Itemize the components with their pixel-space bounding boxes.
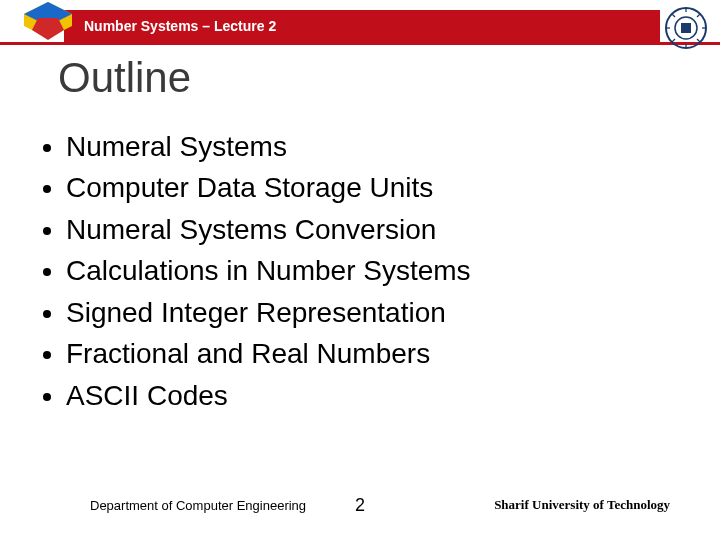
list-item: Computer Data Storage Units bbox=[66, 167, 680, 208]
list-item: Numeral Systems Conversion bbox=[66, 209, 680, 250]
list-item: ASCII Codes bbox=[66, 375, 680, 416]
bullet-list: Numeral Systems Computer Data Storage Un… bbox=[40, 126, 680, 416]
list-item: Signed Integer Representation bbox=[66, 292, 680, 333]
list-item: Numeral Systems bbox=[66, 126, 680, 167]
footer-right: Sharif University of Technology bbox=[494, 497, 670, 513]
svg-line-9 bbox=[697, 39, 700, 42]
logo-left-icon bbox=[20, 0, 76, 50]
accent-line bbox=[0, 42, 720, 45]
svg-marker-2 bbox=[32, 18, 64, 40]
list-item: Fractional and Real Numbers bbox=[66, 333, 680, 374]
slide-header: Number Systems – Lecture 2 bbox=[0, 0, 720, 54]
slide: Number Systems – Lecture 2 bbox=[0, 0, 720, 540]
header-bar: Number Systems – Lecture 2 bbox=[64, 10, 660, 42]
svg-line-11 bbox=[672, 39, 675, 42]
svg-rect-13 bbox=[681, 23, 691, 33]
footer-left: Department of Computer Engineering bbox=[90, 498, 306, 513]
slide-footer: Department of Computer Engineering 2 Sha… bbox=[0, 490, 720, 520]
page-number: 2 bbox=[355, 495, 365, 516]
slide-title: Outline bbox=[58, 54, 191, 102]
list-item: Calculations in Number Systems bbox=[66, 250, 680, 291]
logo-right-icon bbox=[664, 6, 708, 50]
svg-line-10 bbox=[697, 14, 700, 17]
svg-line-8 bbox=[672, 14, 675, 17]
header-title: Number Systems – Lecture 2 bbox=[84, 18, 276, 34]
